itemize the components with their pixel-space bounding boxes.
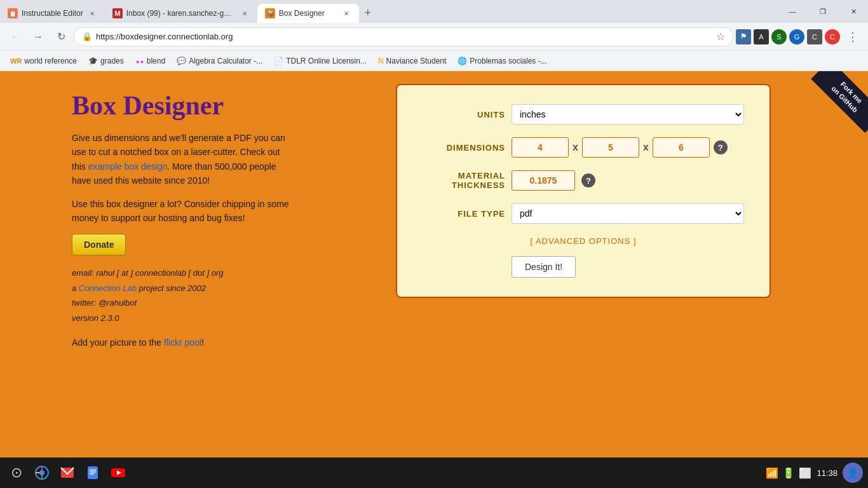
left-panel: Box Designer Give us dimensions and we'l… <box>0 71 311 458</box>
thickness-input[interactable] <box>512 170 575 191</box>
bookmark-world-reference-icon: WR <box>10 57 22 65</box>
advanced-options-link[interactable]: ADVANCED OPTIONS <box>536 236 630 246</box>
example-link[interactable]: example box design <box>88 161 168 172</box>
thickness-label-1: MATERIAL <box>423 171 505 180</box>
tab-2-title: Inbox (99) - karen.sanchez-gonz... <box>126 9 236 18</box>
address-text: https://boxdesigner.connectionlab.org <box>96 32 712 41</box>
tab-3-title: Box Designer <box>279 9 337 18</box>
donate-prompt: Use this box designer a lot? Consider ch… <box>72 197 292 226</box>
footer-email: email: rahul [ at ] connectionlab [ dot … <box>72 266 292 280</box>
dimensions-label: DIMENSIONS <box>423 143 505 152</box>
address-bar[interactable]: 🔒 https://boxdesigner.connectionlab.org … <box>74 27 733 46</box>
bookmark-problemas-icon: 🌐 <box>458 57 467 65</box>
title-bar: 📋 Instructable Editor ✕ M Inbox (99) - k… <box>0 0 868 23</box>
tab-3-favicon: 📦 <box>265 8 275 18</box>
bookmark-algebra-icon: 💬 <box>177 57 186 65</box>
tab-2[interactable]: M Inbox (99) - karen.sanchez-gonz... ✕ <box>105 4 257 23</box>
dim-x-1: x <box>573 142 578 153</box>
dim2-input[interactable] <box>582 137 639 158</box>
svg-rect-6 <box>90 473 94 475</box>
bookmark-problemas[interactable]: 🌐 Problemas sociales -... <box>452 53 552 69</box>
chrome-menu-button[interactable]: ⋮ <box>843 27 863 47</box>
bookmark-blend-icon: ⬥⬥ <box>135 57 144 65</box>
bookmark-naviance[interactable]: N Naviance Student <box>373 53 451 69</box>
tab-1-close[interactable]: ✕ <box>87 8 97 18</box>
design-it-button[interactable]: Design It! <box>512 256 576 278</box>
taskbar-time: 11:38 <box>817 468 837 478</box>
footer-project-suffix: project since 2002 <box>137 283 206 293</box>
design-btn-row: Design It! <box>423 256 744 278</box>
ext-icon-1[interactable]: ⚑ <box>736 29 751 44</box>
description: Give us dimensions and we'll generate a … <box>72 131 292 188</box>
fork-ribbon[interactable]: Fork me on GitHub <box>804 71 868 135</box>
thickness-label: MATERIAL THICKNESS <box>423 171 505 190</box>
back-button[interactable]: ← <box>5 27 25 47</box>
flickr-prompt: Add your picture to the flickr pool! <box>72 336 292 349</box>
bookmark-grades-icon: 🎓 <box>88 57 98 65</box>
advanced-options-row: [ ADVANCED OPTIONS ] <box>423 236 744 246</box>
taskbar-gmail-icon[interactable] <box>56 461 79 484</box>
ext-icon-2[interactable]: A <box>754 29 769 44</box>
bookmarks-bar: WR world reference 🎓 grades ⬥⬥ blend 💬 A… <box>0 51 868 71</box>
taskbar-chrome-icon[interactable] <box>31 461 53 484</box>
tab-1-favicon: 📋 <box>8 8 18 18</box>
ext-icon-5[interactable]: C <box>807 29 822 44</box>
fork-ribbon-text[interactable]: Fork me on GitHub <box>811 71 868 133</box>
dimensions-row: DIMENSIONS x x ? <box>423 137 744 158</box>
svg-rect-5 <box>90 471 96 473</box>
browser-frame: 📋 Instructable Editor ✕ M Inbox (99) - k… <box>0 0 868 488</box>
bookmark-tdlr-label: TDLR Online Licensin... <box>286 57 367 65</box>
close-button[interactable]: ✕ <box>839 0 868 23</box>
flickr-link[interactable]: flickr pool <box>164 337 201 348</box>
dim3-input[interactable] <box>653 137 710 158</box>
donate-section: Donate <box>72 234 292 255</box>
bookmark-naviance-label: Naviance Student <box>386 57 447 65</box>
system-tray: 📶 🔋 ⬜ <box>766 467 811 479</box>
reload-button[interactable]: ↻ <box>51 27 71 47</box>
taskbar-launcher-icon[interactable]: ⊙ <box>5 461 28 484</box>
tray-screenshot-icon: ⬜ <box>799 467 811 479</box>
tab-1-title: Instructable Editor <box>22 9 83 18</box>
tab-3[interactable]: 📦 Box Designer ✕ <box>257 4 359 23</box>
tab-2-favicon: M <box>112 8 123 18</box>
bookmark-algebra[interactable]: 💬 Algebra Calculator -... <box>172 53 268 69</box>
bookmark-tdlr[interactable]: 📄 TDLR Online Licensin... <box>269 53 372 69</box>
dim-x-2: x <box>643 142 649 153</box>
bookmark-grades[interactable]: 🎓 grades <box>83 53 129 69</box>
thickness-help-icon[interactable]: ? <box>581 173 595 187</box>
footer-version: version 2.3.0 <box>72 311 292 325</box>
new-tab-button[interactable]: + <box>359 4 377 22</box>
taskbar-docs-icon[interactable] <box>81 461 104 484</box>
units-label: UNITS <box>423 110 505 119</box>
bookmark-blend-label: blend <box>147 57 165 65</box>
bookmark-blend[interactable]: ⬥⬥ blend <box>130 53 170 69</box>
ext-icon-4[interactable]: G <box>789 29 804 44</box>
lock-icon: 🔒 <box>82 32 92 41</box>
form-box: UNITS inches cm mm DIMENSIONS x x <box>396 84 771 298</box>
ext-icon-6[interactable]: C <box>825 29 840 44</box>
dim1-input[interactable] <box>512 137 569 158</box>
units-select[interactable]: inches cm mm <box>512 104 744 125</box>
footer-twitter: twitter: @rahulbot <box>72 295 292 310</box>
taskbar-youtube-icon[interactable] <box>107 461 130 484</box>
connection-lab-link[interactable]: Connection Lab <box>79 283 137 293</box>
forward-button[interactable]: → <box>28 27 48 47</box>
dimensions-help-icon[interactable]: ? <box>714 140 728 154</box>
app-title: Box Designer <box>72 90 292 121</box>
tab-1[interactable]: 📋 Instructable Editor ✕ <box>0 4 105 23</box>
minimize-button[interactable]: — <box>778 0 807 23</box>
maximize-button[interactable]: ❐ <box>808 0 837 23</box>
filetype-select[interactable]: pdf svg dxf <box>512 203 744 224</box>
bookmark-algebra-label: Algebra Calculator -... <box>189 57 262 65</box>
page-content: Fork me on GitHub Box Designer Give us d… <box>0 71 868 458</box>
taskbar-user-icon[interactable]: 👤 <box>843 463 863 483</box>
tab-3-close[interactable]: ✕ <box>341 8 351 18</box>
ext-icon-3[interactable]: S <box>771 29 787 44</box>
dim-inputs: x x ? <box>512 137 728 158</box>
tab-2-close[interactable]: ✕ <box>240 8 250 18</box>
donate-button[interactable]: Donate <box>72 234 126 255</box>
bookmark-star-icon[interactable]: ☆ <box>716 30 725 43</box>
thickness-label-2: THICKNESS <box>423 180 505 190</box>
footer-info: email: rahul [ at ] connectionlab [ dot … <box>72 266 292 325</box>
bookmark-world-reference[interactable]: WR world reference <box>5 53 82 69</box>
